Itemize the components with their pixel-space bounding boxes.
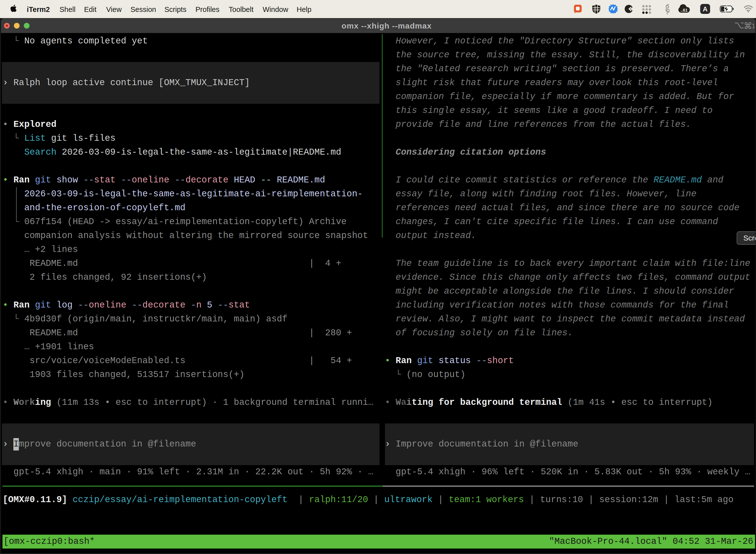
svg-text:A: A [703,5,708,13]
svg-text:1: 1 [752,22,755,30]
svg-text:..61: ..61 [681,8,688,13]
